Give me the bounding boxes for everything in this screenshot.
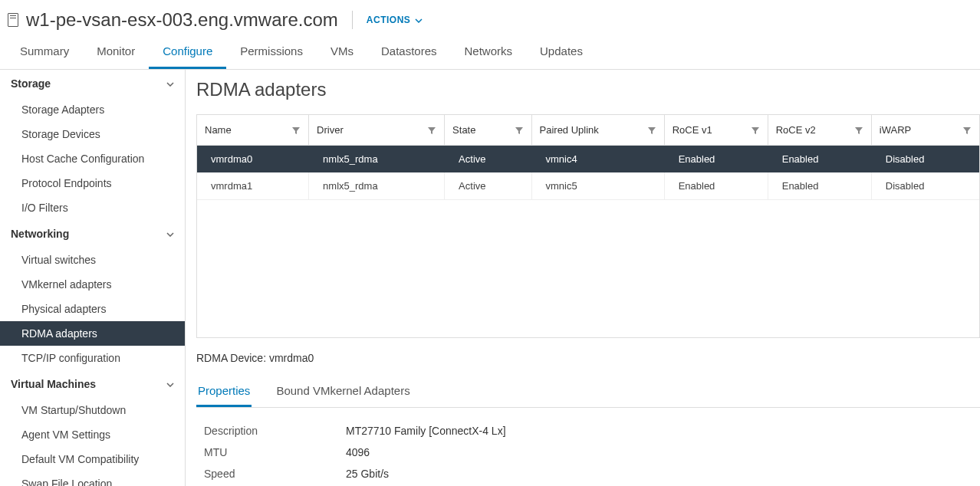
sidebar-item-physical-adapters[interactable]: Physical adapters: [0, 297, 185, 321]
table-cell: vmnic5: [531, 172, 664, 200]
tab-permissions[interactable]: Permissions: [226, 37, 317, 69]
page-title: RDMA adapters: [196, 79, 980, 100]
sidebar-item-vmkernel-adapters[interactable]: VMkernel adapters: [0, 272, 185, 297]
actions-button[interactable]: ACTIONS: [367, 15, 423, 25]
tab-vms[interactable]: VMs: [317, 37, 367, 69]
table-cell: Enabled: [664, 146, 768, 173]
table-cell: vmrdma1: [197, 172, 309, 200]
table-cell: Enabled: [664, 172, 768, 200]
property-key: MTU: [204, 446, 346, 458]
sidebar-item-storage-devices[interactable]: Storage Devices: [0, 122, 185, 146]
column-header-state[interactable]: State: [445, 115, 531, 146]
column-header-name[interactable]: Name: [197, 115, 309, 146]
filter-icon[interactable]: [427, 126, 436, 135]
subtab-properties[interactable]: Properties: [196, 378, 252, 407]
table-empty-area: [196, 200, 980, 338]
column-header-label: Name: [205, 124, 232, 136]
filter-icon[interactable]: [647, 126, 656, 135]
property-row: MTU4096: [204, 442, 972, 463]
chevron-down-icon: [415, 15, 423, 25]
sidebar-item-protocol-endpoints[interactable]: Protocol Endpoints: [0, 171, 185, 195]
table-cell: Enabled: [768, 172, 871, 200]
table-cell: nmlx5_rdma: [309, 146, 445, 173]
subtab-bound-vmkernel-adapters[interactable]: Bound VMkernel Adapters: [275, 378, 411, 407]
table-cell: Active: [445, 172, 531, 200]
tab-networks[interactable]: Networks: [451, 37, 527, 69]
tab-monitor[interactable]: Monitor: [83, 37, 149, 69]
sidebar-group-label: Storage: [11, 77, 51, 90]
column-header-label: State: [452, 124, 475, 136]
sidebar-group-storage[interactable]: Storage: [0, 70, 185, 97]
sidebar-group-label: Virtual Machines: [11, 378, 96, 390]
sidebar-item-agent-vm-settings[interactable]: Agent VM Settings: [0, 422, 185, 447]
table-row[interactable]: vmrdma1nmlx5_rdmaActivevmnic5EnabledEnab…: [197, 172, 979, 200]
column-header-iwarp[interactable]: iWARP: [871, 115, 978, 146]
column-header-driver[interactable]: Driver: [309, 115, 445, 146]
host-title: w1-pe-vsan-esx-003.eng.vmware.com: [26, 9, 338, 31]
host-icon: [8, 13, 18, 27]
property-value: 25 Gbit/s: [346, 468, 389, 480]
tab-summary[interactable]: Summary: [6, 37, 83, 69]
property-value: MT27710 Family [ConnectX-4 Lx]: [346, 425, 506, 437]
column-header-roce-v1[interactable]: RoCE v1: [664, 115, 768, 146]
property-row: Speed25 Gbit/s: [204, 463, 972, 484]
chevron-down-icon: [166, 78, 174, 89]
property-row: DescriptionMT27710 Family [ConnectX-4 Lx…: [204, 420, 972, 442]
tab-datastores[interactable]: Datastores: [367, 37, 451, 69]
table-cell: nmlx5_rdma: [309, 172, 445, 200]
sidebar-item-i-o-filters[interactable]: I/O Filters: [0, 195, 185, 220]
sidebar-item-swap-file-location[interactable]: Swap File Location: [0, 471, 185, 486]
table-cell: vmnic4: [531, 146, 664, 173]
sidebar-item-rdma-adapters[interactable]: RDMA adapters: [0, 321, 185, 346]
table-cell: Active: [445, 146, 531, 173]
sidebar-item-vm-startup-shutdown[interactable]: VM Startup/Shutdown: [0, 398, 185, 422]
filter-icon[interactable]: [515, 126, 524, 135]
column-header-label: Paired Uplink: [540, 124, 599, 136]
sidebar-item-storage-adapters[interactable]: Storage Adapters: [0, 97, 185, 122]
filter-icon[interactable]: [962, 126, 972, 135]
filter-icon[interactable]: [291, 126, 301, 135]
column-header-paired-uplink[interactable]: Paired Uplink: [531, 115, 664, 146]
table-cell: vmrdma0: [197, 146, 309, 173]
table-row[interactable]: vmrdma0nmlx5_rdmaActivevmnic4EnabledEnab…: [197, 146, 979, 173]
column-header-label: Driver: [317, 124, 344, 136]
sidebar-item-host-cache-configuration[interactable]: Host Cache Configuration: [0, 146, 185, 171]
chevron-down-icon: [166, 379, 174, 389]
divider: [352, 11, 353, 29]
property-key: Description: [204, 425, 346, 437]
filter-icon[interactable]: [751, 126, 760, 135]
column-header-label: iWARP: [880, 124, 911, 136]
sidebar-group-label: Networking: [11, 228, 69, 240]
table-cell: Enabled: [768, 146, 871, 173]
chevron-down-icon: [166, 228, 174, 239]
sidebar-item-default-vm-compatibility[interactable]: Default VM Compatibility: [0, 447, 185, 471]
sidebar-item-tcp-ip-configuration[interactable]: TCP/IP configuration: [0, 346, 185, 370]
detail-device-label: RDMA Device: vmrdma0: [196, 352, 980, 364]
tab-configure[interactable]: Configure: [149, 37, 226, 69]
sidebar-item-virtual-switches[interactable]: Virtual switches: [0, 248, 185, 272]
column-header-label: RoCE v2: [776, 124, 816, 136]
table-cell: Disabled: [871, 146, 978, 173]
table-cell: Disabled: [871, 172, 978, 200]
tab-updates[interactable]: Updates: [526, 37, 597, 69]
actions-label: ACTIONS: [367, 15, 411, 25]
detail-device: vmrdma0: [269, 352, 314, 364]
property-value: 4096: [346, 446, 370, 458]
filter-icon[interactable]: [854, 126, 863, 135]
property-key: Speed: [204, 468, 346, 480]
sidebar-group-networking[interactable]: Networking: [0, 220, 185, 248]
column-header-roce-v2[interactable]: RoCE v2: [768, 115, 871, 146]
column-header-label: RoCE v1: [673, 124, 712, 136]
sidebar-group-virtual-machines[interactable]: Virtual Machines: [0, 370, 185, 398]
detail-prefix: RDMA Device:: [196, 352, 269, 364]
